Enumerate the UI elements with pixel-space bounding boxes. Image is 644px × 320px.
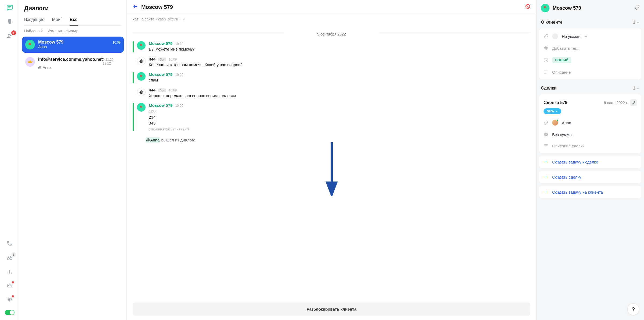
flag-icon <box>137 41 146 50</box>
date-separator: 9 сентября 2022 <box>133 24 530 41</box>
binoculars-badge: 1 <box>11 252 16 257</box>
deals-title: Сделки <box>541 86 557 91</box>
message-text: Хорошо, передаю ваш вопрос своим коллега… <box>149 93 530 99</box>
message-time: 10:09 <box>169 88 177 92</box>
nav-settings-icon[interactable] <box>6 296 13 303</box>
dialog-item[interactable]: info@service.comms.yahoo.net9.11.20, 19:… <box>22 54 124 73</box>
message: Moscow 57910:09 Вы можете мне помочь? <box>133 41 530 52</box>
deal-card: Сделка 579 9 сент. 2022 г. NEW Anna $ Бе… <box>539 94 641 153</box>
tab-mine[interactable]: Мои1 <box>52 17 63 25</box>
agent-avatar-icon <box>552 120 558 126</box>
chat-title: Moscow 579 <box>141 4 173 10</box>
svg-point-7 <box>10 299 11 300</box>
source-row[interactable]: Не указан <box>539 30 641 42</box>
flag-icon <box>541 4 549 12</box>
message: Moscow 57910:09 спам <box>133 72 530 83</box>
about-section-head[interactable]: О клиенте 1 <box>537 16 644 29</box>
nav-binoculars-icon[interactable]: 1 <box>6 254 13 261</box>
description-row[interactable]: Описание <box>539 66 641 78</box>
message-time: 10:09 <box>175 73 183 77</box>
message-author: Moscow 579 <box>149 41 172 46</box>
chat-panel: Moscow 579 чат на сайте • vash_site.ru -… <box>127 0 537 320</box>
bot-icon <box>137 88 146 96</box>
link-icon <box>544 34 548 39</box>
svg-point-4 <box>7 258 9 260</box>
message-meta: отправляется: чат на сайте <box>149 127 530 131</box>
tab-all[interactable]: Все <box>70 17 78 25</box>
message-text: 123 234 345 <box>149 108 530 126</box>
svg-point-15 <box>140 92 141 93</box>
tag-row[interactable]: Добавить тег... <box>539 42 641 54</box>
nav-team-icon[interactable]: 1 <box>6 32 13 39</box>
deal-status-pill[interactable]: NEW <box>544 108 561 114</box>
dialogs-panel: Диалоги Входящие Мои1 Все Найдено 2 Изме… <box>19 0 127 320</box>
deal-description-row[interactable]: Описание сделки <box>539 140 641 151</box>
nav-dialogs-icon[interactable] <box>6 4 13 11</box>
message-time: 10:09 <box>175 104 183 108</box>
edit-deal-button[interactable] <box>630 99 637 106</box>
dialog-item[interactable]: Moscow 57910:09 Anna <box>22 37 124 53</box>
svg-point-13 <box>142 61 142 62</box>
deal-name: Сделка 579 <box>544 100 567 105</box>
deal-date: 9 сент. 2022 г. <box>604 101 628 105</box>
help-button[interactable]: ? <box>627 303 639 315</box>
link-icon <box>544 120 548 125</box>
svg-rect-0 <box>7 5 12 9</box>
flag-icon <box>137 72 146 81</box>
agent-row[interactable]: Anna <box>539 116 641 129</box>
chat-source: чат на сайте • vash_site.ru - <box>127 14 536 24</box>
svg-point-16 <box>142 92 142 93</box>
nav-agent-icon[interactable] <box>6 18 13 25</box>
crown-dot <box>12 281 14 283</box>
flag-icon <box>137 103 146 112</box>
tab-incoming[interactable]: Входящие <box>24 17 45 25</box>
svg-point-3 <box>10 34 11 36</box>
info-panel: Moscow 579 О клиенте 1 Не указан Добавит… <box>537 0 644 320</box>
nav-crown-icon[interactable] <box>6 282 13 289</box>
dialog-sub: Anna <box>38 65 121 70</box>
dialog-name: info@service.comms.yahoo.net <box>38 57 103 62</box>
chevron-down-icon <box>584 34 588 38</box>
message-text: Конечно, я готов вам помочь. Какой у вас… <box>149 62 530 68</box>
mention: @Anna <box>146 137 160 143</box>
status-toggle[interactable] <box>5 310 15 315</box>
dialogs-title: Диалоги <box>24 5 122 12</box>
message-author: Moscow 579 <box>149 72 172 77</box>
plus-icon <box>544 190 548 194</box>
create-task-to-deal-button[interactable]: Создать задачу к сделке <box>539 156 641 168</box>
nav-rail: 1 1 <box>0 0 19 320</box>
dialog-name: Moscow 579 <box>38 40 63 45</box>
hash-icon <box>544 46 548 51</box>
plus-icon <box>544 175 548 179</box>
unblock-button[interactable]: Разблокировать клиента <box>133 303 530 316</box>
change-filter-link[interactable]: Изменить фильтр <box>48 29 78 33</box>
info-title: Moscow 579 <box>553 5 632 11</box>
message: 444бот10:09 Конечно, я готов вам помочь.… <box>133 57 530 68</box>
back-icon[interactable] <box>133 4 138 10</box>
status-row[interactable]: НОВЫЙ <box>539 54 641 66</box>
deals-section-head[interactable]: Сделки 1 <box>537 82 644 94</box>
create-deal-button[interactable]: Создать сделку <box>539 171 641 183</box>
about-title: О клиенте <box>541 20 562 25</box>
bot-icon <box>137 57 146 65</box>
message-text: Вы можете мне помочь? <box>149 46 530 52</box>
block-icon[interactable] <box>525 4 530 10</box>
svg-point-5 <box>10 258 12 260</box>
link-icon[interactable] <box>635 5 640 11</box>
arrow-down-annotation-icon <box>325 142 338 196</box>
dollar-icon: $ <box>544 132 548 137</box>
nav-phone-icon[interactable] <box>6 240 13 247</box>
bot-badge: бот <box>158 88 166 92</box>
amount-row[interactable]: $ Без суммы <box>539 129 641 140</box>
message: 444бот10:09 Хорошо, передаю ваш вопрос с… <box>133 88 530 99</box>
create-task-to-client-button[interactable]: Создать задачу на клиента <box>539 186 641 198</box>
nav-stats-icon[interactable] <box>6 268 13 275</box>
flag-icon <box>25 40 35 49</box>
message-text: спам <box>149 77 530 83</box>
dialog-sub: Anna <box>38 45 121 49</box>
chevron-down-icon[interactable] <box>182 17 186 21</box>
message-author: 444 <box>149 57 155 61</box>
message-time: 10:09 <box>169 58 177 61</box>
svg-point-8 <box>9 300 10 301</box>
status-badge: НОВЫЙ <box>552 57 571 63</box>
